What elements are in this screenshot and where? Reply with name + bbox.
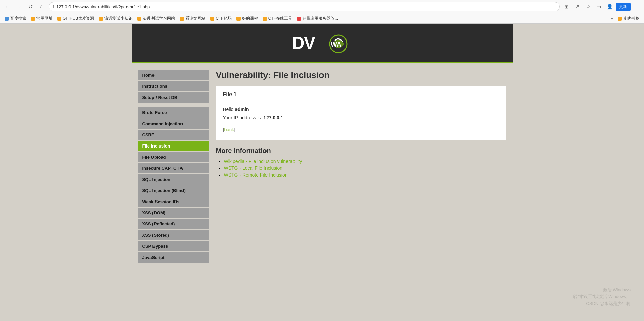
bookmark-ctf[interactable]: CTF靶场 (208, 15, 233, 22)
address-bar[interactable]: ℹ 127.0.0.1/dvwa/vulnerabilities/fi/?pag… (49, 2, 560, 11)
toolbar-actions: ⊞ ↗ ☆ ▭ 👤 更新 ⋯ (562, 2, 641, 11)
sidebar-item-javascript[interactable]: JavaScript (138, 252, 209, 263)
svg-text:WA: WA (331, 41, 341, 48)
svg-text:DV: DV (292, 33, 316, 53)
sidebar-item-sql-injection-blind[interactable]: SQL Injection (Blind) (138, 185, 209, 196)
bookmark-icon (210, 17, 214, 21)
sidebar-item-insecure-captcha[interactable]: Insecure CAPTCHA (138, 163, 209, 173)
file-box-body: Hello admin Your IP address is: 127.0.0.… (223, 105, 499, 134)
more-info-link-1[interactable]: WSTG - Local File Inclusion (224, 165, 283, 171)
bookmark-icon (137, 17, 141, 21)
bookmark-icon (618, 17, 622, 21)
back-button[interactable]: ← (3, 2, 12, 11)
sidebar: Home Instructions Setup / Reset DB Brute… (138, 70, 209, 263)
sidebar-item-file-inclusion[interactable]: File Inclusion (138, 141, 209, 151)
browser-toolbar: ← → ↺ ⌂ ℹ 127.0.0.1/dvwa/vulnerabilities… (0, 0, 644, 14)
sidebar-item-file-upload[interactable]: File Upload (138, 152, 209, 162)
ip-text: Your IP address is: (223, 115, 264, 121)
bookmark-common[interactable]: 常用网址 (29, 15, 55, 22)
sidebar-item-setup[interactable]: Setup / Reset DB (138, 92, 209, 103)
list-item: WSTG - Local File Inclusion (224, 165, 506, 171)
profile-button[interactable]: 👤 (605, 2, 614, 11)
sidebar-item-csrf[interactable]: CSRF (138, 130, 209, 140)
file-box-title: File 1 (223, 91, 499, 101)
bookmark-pentest-tips[interactable]: 渗透测试小知识 (97, 15, 135, 22)
site-logo: DV WA (288, 30, 356, 54)
more-info-list: Wikipedia - File inclusion vulnerability… (216, 159, 506, 178)
menu-button[interactable]: ⋯ (632, 2, 641, 11)
bookmark-icon (99, 17, 103, 21)
bookmark-icon (236, 17, 241, 21)
lock-icon: ℹ (53, 5, 54, 9)
content-area: Home Instructions Setup / Reset DB Brute… (132, 63, 513, 270)
reload-button[interactable]: ↺ (26, 2, 35, 11)
sidebar-item-xss-stored[interactable]: XSS (Stored) (138, 230, 209, 240)
sidebar-spacer (138, 103, 209, 107)
bookmarks-more-button[interactable]: » (609, 15, 615, 22)
bookmark-paper[interactable]: 看论文网站 (178, 15, 207, 22)
home-button[interactable]: ⌂ (37, 2, 47, 11)
bookmark-ctf-tools[interactable]: CTF在线工具 (261, 15, 294, 22)
bookmark-icon (57, 17, 61, 21)
bookmark-pentest-learn[interactable]: 渗透测试学习网站 (135, 15, 177, 22)
page-title: Vulnerability: File Inclusion (216, 70, 506, 80)
bookmarks-bar: 百度搜索 常用网址 GITHUB优质资源 渗透测试小知识 渗透测试学习网站 看论… (0, 14, 644, 23)
page-wrapper: DV WA Home Instructions Setup / Reset DB… (132, 24, 513, 270)
site-header: DV WA (132, 24, 513, 63)
sidebar-item-csp-bypass[interactable]: CSP Bypass (138, 241, 209, 251)
bookmark-baidu[interactable]: 百度搜索 (3, 15, 28, 22)
file-box: File 1 Hello admin Your IP address is: 1… (216, 86, 506, 140)
ip-value: 127.0.0.1 (263, 115, 283, 121)
bookmark-courses[interactable]: 好的课程 (234, 15, 260, 22)
hello-text: Hello (223, 107, 235, 112)
bookmark-others[interactable]: 其他书签 (616, 15, 641, 22)
bookmark-server[interactable]: 轻量应用服务器管... (295, 15, 340, 22)
sidebar-item-weak-session-ids[interactable]: Weak Session IDs (138, 196, 209, 207)
bookmark-icon (180, 17, 184, 21)
hello-line: Hello admin (223, 105, 499, 114)
bookmark-icon (297, 17, 301, 21)
dvwa-logo-svg: DV WA (288, 30, 356, 54)
main-content: Vulnerability: File Inclusion File 1 Hel… (216, 70, 506, 263)
back-link[interactable]: back (224, 127, 234, 132)
translate-button[interactable]: ⊞ (562, 2, 571, 11)
share-button[interactable]: ↗ (572, 2, 582, 11)
browser-chrome: ← → ↺ ⌂ ℹ 127.0.0.1/dvwa/vulnerabilities… (0, 0, 644, 24)
bookmark-icon (263, 17, 267, 21)
sidebar-item-home[interactable]: Home (138, 70, 209, 80)
url-text: 127.0.0.1/dvwa/vulnerabilities/fi/?page=… (56, 4, 150, 9)
update-button[interactable]: 更新 (616, 3, 631, 11)
bookmark-github[interactable]: GITHUB优质资源 (55, 15, 96, 22)
sidebar-item-xss-dom[interactable]: XSS (DOM) (138, 208, 209, 218)
sidebar-item-command-injection[interactable]: Command Injection (138, 118, 209, 129)
more-info-link-0[interactable]: Wikipedia - File inclusion vulnerability (224, 159, 302, 164)
more-info-link-2[interactable]: WSTG - Remote File Inclusion (224, 172, 288, 178)
ip-line: Your IP address is: 127.0.0.1 (223, 114, 499, 122)
list-item: Wikipedia - File inclusion vulnerability (224, 159, 506, 164)
hello-user: admin (235, 107, 249, 112)
forward-button[interactable]: → (14, 2, 24, 11)
back-line: [back] (223, 126, 499, 134)
bookmark-button[interactable]: ☆ (583, 2, 593, 11)
sidebar-item-instructions[interactable]: Instructions (138, 81, 209, 91)
sidebar-item-brute-force[interactable]: Brute Force (138, 107, 209, 118)
sidebar-item-sql-injection[interactable]: SQL Injection (138, 174, 209, 185)
bookmark-icon (5, 17, 9, 21)
back-bracket-close: ] (234, 127, 235, 132)
bookmark-icon (31, 17, 35, 21)
more-info-section: More Information Wikipedia - File inclus… (216, 147, 506, 178)
more-info-title: More Information (216, 147, 506, 155)
sidebar-button[interactable]: ▭ (594, 2, 604, 11)
list-item: WSTG - Remote File Inclusion (224, 172, 506, 178)
sidebar-item-xss-reflected[interactable]: XSS (Reflected) (138, 219, 209, 229)
